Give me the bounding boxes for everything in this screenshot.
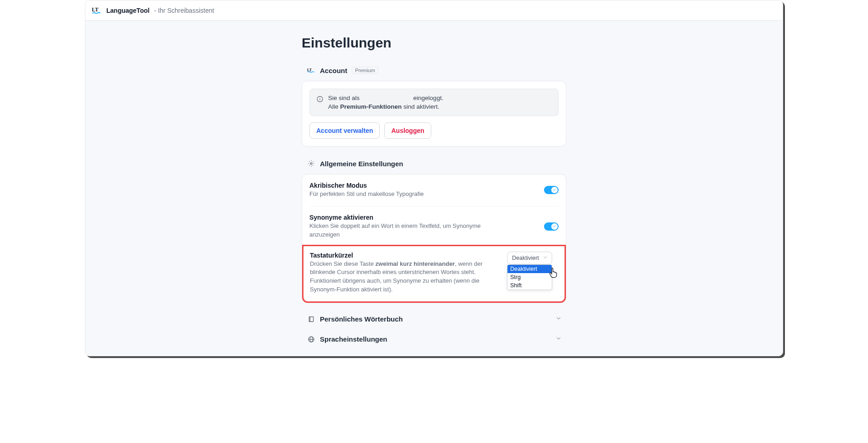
akribisch-toggle[interactable] [544,186,559,194]
shortcuts-desc: Drücken Sie diese Taste zweimal kurz hin… [310,260,502,294]
logged-in-prefix: Sie sind als [328,95,360,101]
row-language-settings[interactable]: Spracheinstellungen [307,335,566,343]
svg-point-4 [319,97,320,98]
account-info-box: Sie sind als eingeloggt. Alle Premium-Fu… [309,89,559,116]
general-section-title: Allgemeine Einstellungen [320,160,403,168]
brand-name: LanguageTool [106,7,150,14]
premium-badge: Premium [352,67,378,74]
synonyme-toggle[interactable] [544,222,559,231]
content-column: Einstellungen LT Account Premium [302,21,566,356]
setting-text-shortcuts: Tastaturkürzel Drücken Sie diese Taste z… [310,252,502,294]
globe-icon [307,335,315,343]
chevron-down-icon [543,254,548,261]
section-header-general: Allgemeine Einstellungen [307,159,566,168]
logged-in-suffix: eingeloggt. [413,95,444,101]
akribisch-title: Akribischer Modus [309,182,424,189]
svg-text:LT: LT [92,6,99,12]
app-window: LT LanguageTool - Ihr Schreibassistent E… [85,0,783,356]
dropdown-option-ctrl[interactable]: Strg [507,273,552,281]
languagetool-small-icon: LT [307,66,315,74]
setting-row-shortcuts: Tastaturkürzel Drücken Sie diese Taste z… [310,251,558,296]
cursor-hand-icon [549,267,559,281]
row-dictionary[interactable]: Persönliches Wörterbuch [307,315,566,323]
setting-row-shortcuts-highlight: Tastaturkürzel Drücken Sie diese Taste z… [302,245,566,303]
setting-row-synonyme: Synonyme aktivieren Klicken Sie doppelt … [309,206,559,247]
chevron-down-icon [555,335,562,343]
toggle-knob [551,187,558,193]
language-title: Spracheinstellungen [320,335,387,343]
shortcuts-desc-bold: zweimal kurz hintereinander [376,260,455,267]
content-scroll[interactable]: Einstellungen LT Account Premium [85,21,783,356]
dictionary-title: Persönliches Wörterbuch [320,315,403,323]
gear-icon [307,159,315,168]
page-title: Einstellungen [302,35,566,51]
account-card: Sie sind als eingeloggt. Alle Premium-Fu… [302,81,566,147]
shortcuts-title: Tastaturkürzel [310,252,502,259]
chevron-down-icon [555,315,562,323]
shortcuts-selected-label: Deaktiviert [512,255,539,261]
shortcuts-select: Deaktiviert Deaktiviert Strg Shift [507,252,552,264]
languagetool-logo-icon: LT [92,6,102,15]
shortcuts-desc-prefix: Drücken Sie diese Taste [310,260,376,267]
setting-text-synonyme: Synonyme aktivieren Klicken Sie doppelt … [309,214,501,239]
logout-button[interactable]: Ausloggen [384,122,431,139]
account-actions: Account verwalten Ausloggen [309,122,559,139]
premium-functions-bold: Premium-Funktionen [340,103,402,110]
general-card: Akribischer Modus Für perfekten Stil und… [302,174,566,303]
activated-suffix: sind aktiviert. [402,103,439,110]
akribisch-desc: Für perfekten Stil und makellose Typogra… [309,190,424,199]
shortcuts-select-button[interactable]: Deaktiviert [507,252,552,264]
section-header-account: LT Account Premium [307,66,566,74]
info-icon [316,95,324,103]
brand-subtitle: - Ihr Schreibassistent [154,7,214,14]
account-info-text: Sie sind als eingeloggt. Alle Premium-Fu… [328,95,444,110]
manage-account-button[interactable]: Account verwalten [309,122,380,139]
account-section-title: Account [320,67,347,74]
synonyme-title: Synonyme aktivieren [309,214,501,221]
all-prefix: Alle [328,103,340,110]
setting-text-akribisch: Akribischer Modus Für perfekten Stil und… [309,182,424,199]
svg-text:LT: LT [307,68,312,72]
toggle-knob [551,223,558,230]
setting-row-akribisch: Akribischer Modus Für perfekten Stil und… [309,180,559,206]
svg-point-5 [310,163,312,164]
dropdown-option-disabled[interactable]: Deaktiviert [507,265,552,273]
topbar: LT LanguageTool - Ihr Schreibassistent [85,0,783,21]
dictionary-icon [307,315,315,323]
shortcuts-dropdown: Deaktiviert Strg Shift [507,264,552,290]
synonyme-desc: Klicken Sie doppelt auf ein Wort in eine… [309,222,501,239]
dropdown-option-shift[interactable]: Shift [507,281,552,290]
